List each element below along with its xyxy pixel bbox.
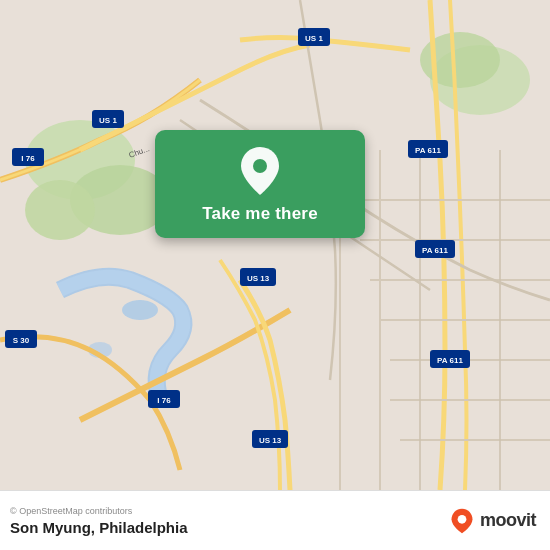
svg-point-40 bbox=[253, 159, 267, 173]
svg-point-3 bbox=[25, 180, 95, 240]
location-pin-icon bbox=[237, 148, 283, 194]
svg-point-6 bbox=[122, 300, 158, 320]
moovit-logo: moovit bbox=[448, 507, 536, 535]
place-name: Son Myung, Philadelphia bbox=[10, 519, 188, 536]
take-me-there-button[interactable]: Take me there bbox=[202, 204, 318, 224]
svg-text:PA 611: PA 611 bbox=[422, 246, 448, 255]
svg-point-41 bbox=[458, 514, 467, 523]
svg-text:PA 611: PA 611 bbox=[415, 146, 441, 155]
svg-text:PA 611: PA 611 bbox=[437, 356, 463, 365]
take-me-there-card[interactable]: Take me there bbox=[155, 130, 365, 238]
moovit-icon bbox=[448, 507, 476, 535]
svg-text:S 30: S 30 bbox=[13, 336, 30, 345]
svg-text:I 76: I 76 bbox=[157, 396, 171, 405]
bottom-left-info: © OpenStreetMap contributors Son Myung, … bbox=[10, 506, 188, 536]
svg-text:US 13: US 13 bbox=[259, 436, 282, 445]
map-area: I 76 I 76 US 1 US 1 S 30 US 13 US 13 PA … bbox=[0, 0, 550, 490]
svg-text:I 76: I 76 bbox=[21, 154, 35, 163]
svg-text:US 1: US 1 bbox=[305, 34, 323, 43]
svg-text:US 13: US 13 bbox=[247, 274, 270, 283]
svg-text:US 1: US 1 bbox=[99, 116, 117, 125]
moovit-text: moovit bbox=[480, 510, 536, 531]
copyright-text: © OpenStreetMap contributors bbox=[10, 506, 188, 516]
bottom-bar: © OpenStreetMap contributors Son Myung, … bbox=[0, 490, 550, 550]
